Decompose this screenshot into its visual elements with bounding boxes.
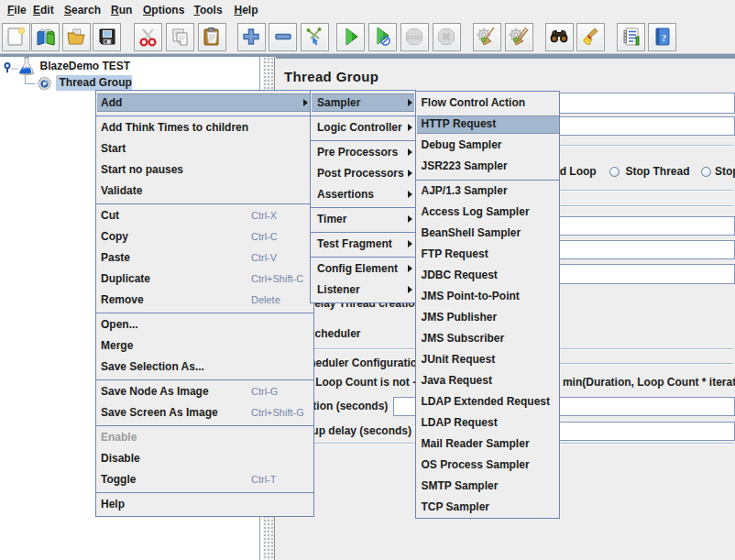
svg-text:STOP: STOP bbox=[407, 34, 422, 40]
svg-text:?: ? bbox=[662, 32, 667, 43]
